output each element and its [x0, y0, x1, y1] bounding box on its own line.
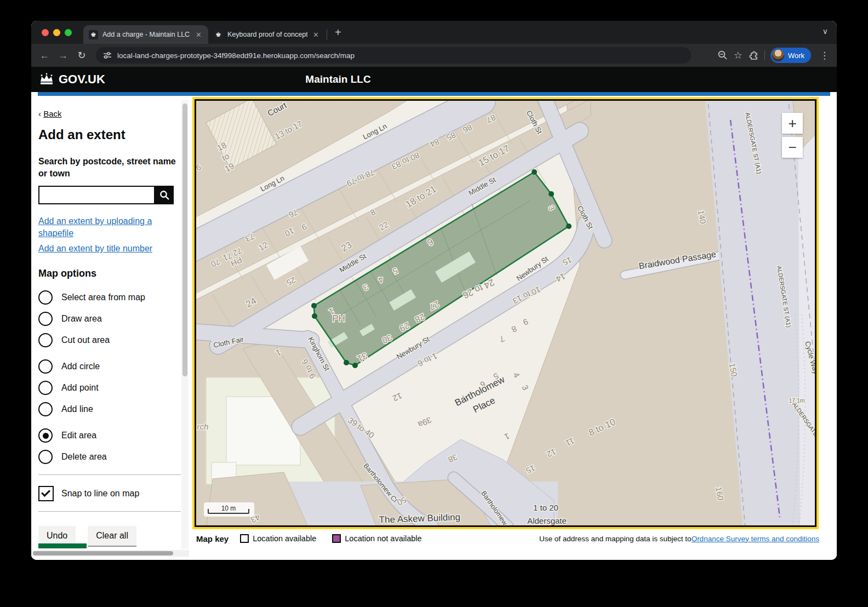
radio-option-cut-out-area[interactable]: Cut out area	[38, 330, 176, 351]
site-settings-icon[interactable]	[102, 51, 112, 60]
divider	[38, 511, 181, 512]
radio-option-add-point[interactable]: Add point	[38, 377, 176, 399]
radio-label: Add circle	[61, 362, 100, 371]
back-icon[interactable]: ←	[36, 50, 53, 61]
radio-circle[interactable]	[38, 290, 53, 305]
sidebar-link-0[interactable]: Add an extent by uploading a shapefile	[38, 215, 176, 239]
tab-add-a-charge[interactable]: ♚ Add a charge - Maintain LLC - ✕	[83, 25, 208, 44]
scrollbar-thumb[interactable]	[33, 551, 173, 556]
scale-bar: 10 m	[204, 502, 254, 517]
search-label: Search by postcode, street name or town	[38, 156, 176, 179]
toolbar-divider	[764, 50, 765, 60]
page-title: Add an extent	[38, 127, 176, 142]
extent-vertex-handle[interactable]	[566, 224, 572, 229]
snap-checkbox-label: Snap to line on map	[61, 489, 139, 499]
zoom-indicator-icon[interactable]	[717, 50, 728, 61]
snap-checkbox-row[interactable]: Snap to line on map	[38, 483, 176, 505]
tab-keyboard-proof[interactable]: ♚ Keyboard proof of concept - S ✕	[208, 25, 326, 44]
extent-vertex-handle[interactable]	[352, 363, 358, 368]
govuk-header: GOV.UK Maintain LLC	[31, 67, 837, 92]
location-not-available-swatch	[332, 534, 341, 543]
extent-vertex-handle[interactable]	[344, 360, 349, 365]
fullscreen-window-button[interactable]	[65, 29, 72, 36]
tab-strip: ♚ Add a charge - Maintain LLC - ✕ ♚ Keyb…	[31, 21, 837, 44]
govuk-logo[interactable]: GOV.UK	[38, 72, 105, 87]
radio-label: Cut out area	[61, 335, 110, 345]
tab-close-icon[interactable]: ✕	[195, 31, 203, 39]
sidebar-link-1[interactable]: Add an extent by title number	[38, 243, 176, 255]
profile-button[interactable]: Work	[770, 48, 811, 63]
radio-circle[interactable]	[38, 312, 53, 326]
radio-option-add-circle[interactable]: Add circle	[38, 356, 176, 377]
tab-title: Add a charge - Maintain LLC -	[102, 31, 190, 38]
snap-checkbox[interactable]	[38, 486, 54, 501]
address-bar[interactable]: local-land-charges-prototype-34f998edd91…	[96, 47, 691, 64]
radio-label: Add point	[61, 383, 99, 393]
radio-circle[interactable]	[38, 333, 53, 347]
extent-vertex-handle[interactable]	[532, 169, 537, 175]
radio-circle[interactable]	[38, 381, 53, 395]
minimize-window-button[interactable]	[53, 29, 60, 36]
map-options-radios: Select area from mapDraw areaCut out are…	[38, 287, 176, 468]
map-disclaimer: Use of address and mapping data is subje…	[539, 530, 819, 547]
radio-circle[interactable]	[38, 428, 53, 443]
browser-window: ♚ Add a charge - Maintain LLC - ✕ ♚ Keyb…	[31, 21, 837, 560]
map-canvas[interactable]: Court13 to 1718to19Long LnLong Ln8786858…	[196, 101, 815, 525]
radio-option-draw-area[interactable]: Draw area	[38, 308, 176, 330]
undo-button[interactable]: Undo	[38, 526, 76, 546]
service-name: Maintain LLC	[31, 73, 645, 85]
extent-vertex-handle[interactable]	[549, 191, 554, 197]
web-page: GOV.UK Maintain LLC ‹ Back Add an extent…	[31, 67, 837, 560]
check-icon	[41, 488, 50, 497]
new-tab-button[interactable]: +	[335, 26, 341, 39]
radio-selected-dot	[43, 433, 49, 439]
zoom-in-button[interactable]: +	[782, 113, 803, 134]
scrollbar-thumb[interactable]	[182, 104, 187, 376]
radio-option-edit-area[interactable]: Edit area	[38, 425, 176, 446]
extensions-puzzle-icon[interactable]	[748, 50, 759, 61]
radio-option-delete-area[interactable]: Delete area	[38, 446, 176, 468]
radio-option-add-line[interactable]: Add line	[38, 399, 176, 420]
extent-vertex-handle[interactable]	[311, 303, 317, 308]
search-input[interactable]	[38, 186, 155, 204]
sidebar-horizontal-scrollbar[interactable]	[31, 550, 189, 557]
radio-option-select-area-from-map[interactable]: Select area from map	[38, 287, 176, 308]
tab-close-icon[interactable]: ✕	[312, 31, 320, 39]
radio-circle[interactable]	[38, 359, 53, 374]
map-key: Map key Location available Location not …	[196, 530, 433, 547]
map-key-item: Location available	[240, 534, 316, 543]
back-link[interactable]: ‹ Back	[38, 109, 176, 118]
sidebar-vertical-scrollbar[interactable]	[181, 100, 189, 549]
radio-circle[interactable]	[38, 402, 53, 416]
close-window-button[interactable]	[42, 29, 49, 36]
profile-avatar	[772, 49, 784, 61]
radio-label: Select area from map	[61, 293, 145, 302]
browser-toolbar: ← → ↻ local-land-charges-prototype-34f99…	[31, 44, 837, 67]
zoom-out-button[interactable]: −	[782, 137, 803, 158]
map-options-heading: Map options	[38, 268, 176, 279]
govuk-crown-favicon-icon: ♚	[214, 30, 223, 39]
search-button[interactable]	[155, 186, 174, 204]
location-available-swatch	[240, 534, 249, 543]
ordnance-survey-link[interactable]: Ordnance Survey terms and conditions	[692, 535, 819, 543]
govuk-logotype: GOV.UK	[59, 72, 105, 87]
radio-label: Edit area	[61, 431, 96, 440]
clear-all-button[interactable]: Clear all	[88, 526, 136, 546]
browser-menu-kebab-icon[interactable]: ⋮	[816, 50, 832, 61]
extent-vertex-handle[interactable]	[312, 313, 317, 319]
bookmark-star-icon[interactable]: ☆	[734, 49, 743, 61]
forward-icon[interactable]: →	[54, 50, 72, 61]
back-link-text[interactable]: Back	[43, 109, 61, 118]
map-key-label: Location not available	[345, 534, 421, 543]
tab-search-chevron-icon[interactable]: ∨	[823, 27, 828, 36]
save-button-partial[interactable]	[38, 543, 87, 548]
govuk-crown-favicon-icon: ♚	[89, 30, 98, 39]
map-key-item: Location not available	[332, 534, 421, 543]
radio-circle[interactable]	[38, 450, 53, 464]
reload-icon[interactable]: ↻	[73, 49, 90, 61]
divider	[38, 474, 181, 475]
map-label: PH	[332, 313, 345, 324]
tab-title: Keyboard proof of concept - S	[227, 31, 307, 38]
sidebar-links: Add an extent by uploading a shapefileAd…	[38, 215, 176, 255]
govuk-crown-icon	[38, 73, 55, 86]
